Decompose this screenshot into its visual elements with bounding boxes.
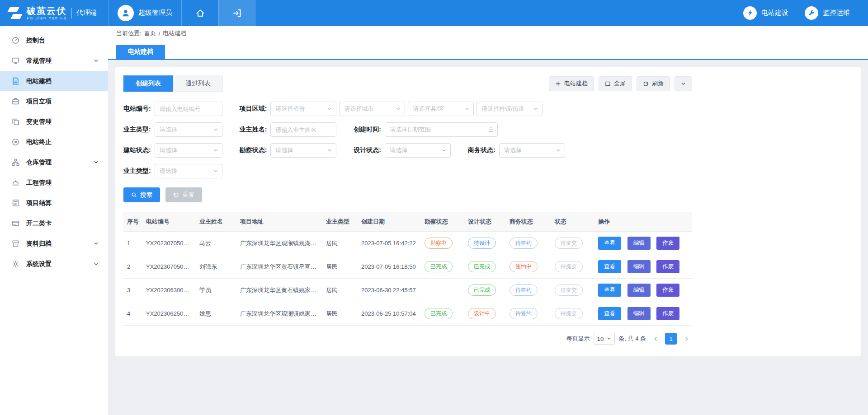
sidebar-item-general-mgmt[interactable]: 常规管理 bbox=[0, 51, 108, 71]
city-select[interactable]: 请选择城市 bbox=[339, 102, 405, 116]
status-badge: 待提交 bbox=[555, 308, 583, 319]
tab-passed-list[interactable]: 通过列表 bbox=[173, 75, 223, 92]
edit-button[interactable]: 编辑 bbox=[627, 307, 651, 320]
business-status-badge: 待签约 bbox=[509, 284, 538, 296]
filter-label-business-status: 商务状态: bbox=[468, 146, 495, 154]
fullscreen-label: 全屏 bbox=[614, 79, 626, 88]
business-status-badge: 待签约 bbox=[509, 308, 538, 319]
stop-icon bbox=[12, 138, 19, 146]
owner-name-input[interactable] bbox=[270, 122, 336, 137]
build-status-select[interactable]: 请选择 bbox=[155, 143, 222, 158]
county-select[interactable]: 请选择县/区 bbox=[408, 102, 474, 116]
edit-button[interactable]: 编辑 bbox=[627, 284, 651, 297]
per-page-select[interactable]: 10 bbox=[594, 333, 615, 345]
search-label: 搜索 bbox=[140, 191, 152, 199]
cell-index: 3 bbox=[123, 279, 142, 302]
sidebar-item-engineering-mgmt[interactable]: 工程管理 bbox=[0, 173, 108, 193]
breadcrumb-current[interactable]: 电站建档 bbox=[163, 29, 186, 37]
view-button[interactable]: 查看 bbox=[598, 307, 621, 320]
next-page-button[interactable] bbox=[680, 333, 692, 345]
user-menu[interactable]: 超级管理员 bbox=[108, 0, 181, 26]
page-tab-station-filing[interactable]: 电站建档 bbox=[116, 45, 165, 59]
total-count-label: 条, 共 4 条 bbox=[618, 335, 646, 343]
chevron-down-icon bbox=[93, 261, 99, 267]
cell-address: 广东深圳龙华区观澜镇观湖路... bbox=[236, 232, 322, 255]
avatar bbox=[118, 5, 134, 21]
logo-subtitle: Po Jian Yun Fu bbox=[27, 16, 67, 20]
tab-create-list[interactable]: 创建列表 bbox=[123, 75, 173, 92]
survey-status-select[interactable]: 请选择 bbox=[270, 143, 336, 158]
collapse-filters-button[interactable] bbox=[675, 76, 692, 91]
col-created: 创建日期 bbox=[358, 212, 421, 232]
station-no-input[interactable] bbox=[155, 102, 222, 116]
sidebar-item-project-settlement[interactable]: 项目结算 bbox=[0, 193, 108, 213]
col-station-no: 电站编号 bbox=[142, 212, 196, 232]
chevron-down-icon bbox=[93, 58, 99, 64]
business-status-select[interactable]: 请选择 bbox=[499, 143, 565, 158]
sidebar-item-station-termination[interactable]: 电站终止 bbox=[0, 132, 108, 152]
prev-page-button[interactable] bbox=[650, 333, 661, 345]
col-business: 商务状态 bbox=[506, 212, 551, 232]
search-button[interactable]: 搜索 bbox=[123, 187, 160, 202]
add-station-button[interactable]: 电站建档 bbox=[549, 76, 594, 91]
fullscreen-button[interactable]: 全屏 bbox=[599, 76, 632, 91]
design-status-select[interactable]: 请选择 bbox=[385, 143, 451, 158]
sidebar-item-label: 变更管理 bbox=[26, 118, 52, 126]
plus-icon bbox=[555, 81, 561, 87]
business-status-badge: 签约中 bbox=[509, 261, 538, 272]
station-filing-card: 创建列表 通过列表 电站建档 全屏 bbox=[115, 67, 861, 356]
cell-index: 2 bbox=[123, 255, 142, 279]
chevron-down-icon bbox=[533, 106, 538, 112]
reset-button[interactable]: 重置 bbox=[165, 187, 202, 202]
cell-created: 2023-07-05 16:42:22 bbox=[358, 232, 421, 255]
page-1-button[interactable]: 1 bbox=[665, 333, 677, 345]
chevron-down-icon bbox=[213, 168, 218, 174]
edit-button[interactable]: 编辑 bbox=[627, 237, 651, 250]
sidebar-item-change-mgmt[interactable]: 变更管理 bbox=[0, 112, 108, 132]
cell-address: 广东深圳龙华区黄石镇星官大... bbox=[236, 255, 322, 279]
owner-type2-select[interactable]: 请选择 bbox=[155, 164, 222, 178]
document-icon bbox=[12, 77, 19, 85]
sidebar-item-station-filing[interactable]: 电站建档 bbox=[0, 71, 108, 91]
owner-type-select[interactable]: 请选择 bbox=[155, 122, 222, 137]
void-button[interactable]: 作废 bbox=[656, 260, 679, 273]
refresh-button[interactable]: 刷新 bbox=[637, 76, 670, 91]
filter-panel: 电站编号: 项目区域: 请选择省份 请选择城市 bbox=[123, 102, 692, 178]
sidebar-item-data-archive[interactable]: 资料归档 bbox=[0, 233, 108, 254]
edit-button[interactable]: 编辑 bbox=[627, 260, 651, 273]
view-button[interactable]: 查看 bbox=[598, 284, 621, 297]
view-button[interactable]: 查看 bbox=[598, 237, 621, 250]
page-tab-strip: 电站建档 bbox=[108, 41, 868, 60]
province-select[interactable]: 请选择省份 bbox=[270, 102, 336, 116]
view-button[interactable]: 查看 bbox=[598, 260, 621, 273]
cell-owner-type: 居民 bbox=[322, 279, 358, 302]
breadcrumb-home[interactable]: 首页 bbox=[144, 29, 156, 37]
sidebar-item-label: 仓库管理 bbox=[26, 159, 52, 167]
design-status-badge: 已完成 bbox=[468, 284, 496, 296]
sidebar-item-type2-card[interactable]: 开二类卡 bbox=[0, 213, 108, 233]
town-select[interactable]: 请选择村镇/街道 bbox=[476, 102, 542, 116]
void-button[interactable]: 作废 bbox=[656, 307, 679, 320]
sidebar-item-console[interactable]: 控制台 bbox=[0, 30, 108, 51]
sidebar-item-project-approval[interactable]: 项目立项 bbox=[0, 91, 108, 112]
archive-icon bbox=[12, 240, 19, 247]
cell-station-no: YX2023062500004 bbox=[142, 302, 196, 326]
void-button[interactable]: 作废 bbox=[656, 237, 679, 250]
col-survey: 勘察状态 bbox=[421, 212, 464, 232]
table-row: 4 YX2023062500004 姚思 广东深圳龙华区观澜镇姚家庄... 居民… bbox=[123, 302, 692, 326]
nav-station-build[interactable]: 电站建设 bbox=[743, 6, 788, 20]
home-button[interactable] bbox=[181, 0, 218, 26]
nav-monitor-ops[interactable]: 监控运维 bbox=[805, 6, 850, 20]
sidebar-item-warehouse-mgmt[interactable]: 仓库管理 bbox=[0, 152, 108, 173]
create-time-range-input[interactable]: 请选择日期范围 bbox=[385, 122, 498, 137]
app-logo[interactable]: 破茧云伏 Po Jian Yun Fu 代理端 bbox=[0, 0, 108, 26]
sidebar-item-system-settings[interactable]: 系统设置 bbox=[0, 254, 108, 274]
chevron-down-icon bbox=[213, 148, 218, 153]
helmet-icon bbox=[12, 179, 19, 187]
cell-address: 广东深圳龙华区黄石镇姚家庄... bbox=[236, 279, 322, 302]
cell-owner-type: 居民 bbox=[322, 302, 358, 326]
void-button[interactable]: 作废 bbox=[656, 284, 679, 297]
col-owner: 业主姓名 bbox=[196, 212, 236, 232]
filter-label-region: 项目区域: bbox=[240, 105, 267, 113]
logout-button[interactable] bbox=[218, 0, 255, 26]
